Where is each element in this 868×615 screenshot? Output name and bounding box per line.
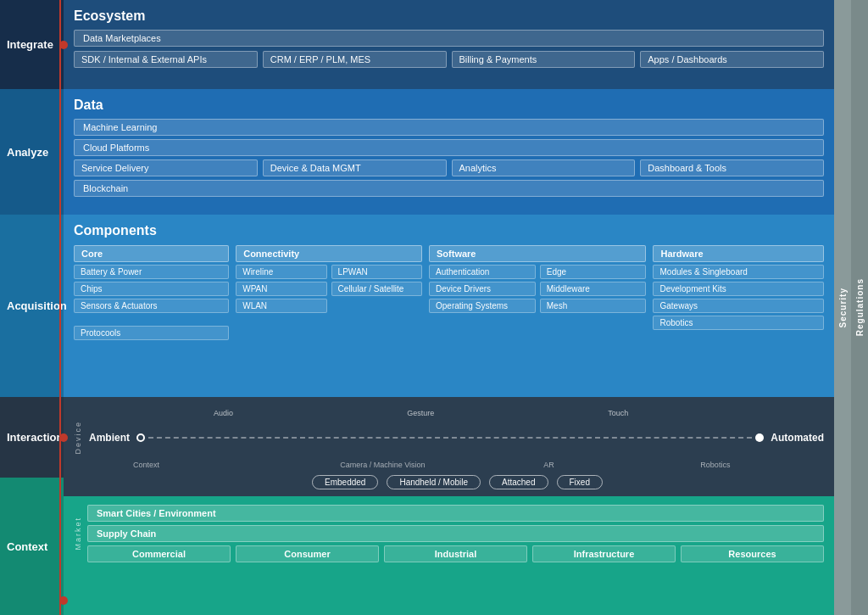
card-crm: CRM / ERP / PLM, MES — [263, 51, 447, 68]
card-cloud-platforms: Cloud Platforms — [74, 139, 824, 156]
label-camera: Camera / Machine Vision — [340, 461, 425, 469]
item-cellular: Cellular / Satellite — [331, 282, 422, 296]
item-sensors: Sensors & Actuators — [74, 299, 229, 313]
card-commercial: Commercial — [87, 545, 231, 562]
label-touch: Touch — [608, 409, 628, 417]
col-connectivity: Connectivity Wireline WPAN WLAN LPWAN Ce… — [236, 245, 422, 340]
label-acquisition: Acquisition — [7, 299, 67, 312]
label-audio: Audio — [214, 409, 233, 417]
card-industrial: Industrial — [384, 545, 527, 562]
pill-fixed: Fixed — [557, 475, 603, 489]
item-wlan: WLAN — [236, 299, 326, 313]
item-protocools: Protocools — [74, 326, 229, 340]
item-dev-kits: Development Kits — [653, 282, 824, 296]
card-service-delivery: Service Delivery — [74, 159, 258, 176]
interaction-section: Audio Gesture Touch Device Ambient — [64, 397, 834, 496]
card-apps: Apps / Dashboards — [640, 51, 824, 68]
item-battery: Battery & Power — [74, 265, 229, 279]
card-consumer: Consumer — [236, 545, 379, 562]
label-gesture: Gesture — [407, 409, 434, 417]
ambient-label: Ambient — [89, 432, 130, 444]
data-title: Data — [74, 98, 824, 113]
context-section: Market Smart Cities / Environment Supply… — [64, 496, 834, 615]
label-integrate: Integrate — [7, 38, 53, 51]
label-context: Context — [7, 540, 47, 553]
card-data-marketplaces: Data Marketplaces — [74, 30, 824, 47]
item-edge: Edge — [540, 265, 647, 279]
item-lpwan: LPWAN — [331, 265, 422, 279]
col-software: Software Authentication Device Drivers O… — [429, 245, 646, 340]
ecosystem-title: Ecosystem — [74, 8, 824, 24]
card-device-data-mgmt: Device & Data MGMT — [263, 159, 447, 176]
item-wireline: Wireline — [236, 265, 326, 279]
regulations-label: Regulations — [855, 278, 865, 336]
label-robotics: Robotics — [700, 461, 730, 469]
automated-label: Automated — [771, 432, 824, 444]
item-device-drivers: Device Drivers — [429, 282, 536, 296]
label-interaction: Interaction — [7, 431, 63, 444]
pill-handheld: Handheld / Mobile — [387, 475, 481, 489]
pill-embedded: Embedded — [312, 475, 378, 489]
card-smart-cities: Smart Cities / Environment — [87, 505, 824, 522]
item-operating-systems: Operating Systems — [429, 299, 536, 313]
card-infrastructure: Infrastructure — [532, 545, 676, 562]
card-sdk: SDK / Internal & External APIs — [74, 51, 258, 68]
card-analytics: Analytics — [452, 159, 636, 176]
card-dashboard-tools: Dashboard & Tools — [640, 159, 824, 176]
market-label: Market — [74, 517, 82, 551]
integrate-row-1: Data Marketplaces — [74, 30, 824, 47]
integrate-row-2: SDK / Internal & External APIs CRM / ERP… — [74, 51, 824, 68]
col-core-title: Core — [74, 245, 229, 262]
security-bar: Security — [834, 0, 851, 615]
item-robotics: Robotics — [653, 316, 824, 330]
card-blockchain: Blockchain — [74, 180, 824, 197]
center-content: Ecosystem Data Marketplaces SDK / Intern… — [64, 0, 834, 615]
label-context-sub: Context — [133, 461, 159, 469]
item-authentication: Authentication — [429, 265, 536, 279]
integrate-section: Ecosystem Data Marketplaces SDK / Intern… — [64, 0, 834, 89]
item-chips: Chips — [74, 282, 229, 296]
regulations-bar: Regulations — [851, 0, 868, 615]
pill-attached: Attached — [489, 475, 548, 489]
col-hardware-title: Hardware — [653, 245, 824, 262]
col-software-title: Software — [429, 245, 646, 262]
col-core: Core Battery & Power Chips Sensors & Act… — [74, 245, 229, 340]
acquisition-section: Components Core Battery & Power Chips Se… — [64, 215, 834, 397]
item-mesh: Mesh — [540, 299, 647, 313]
security-label: Security — [838, 288, 848, 327]
item-wpan: WPAN — [236, 282, 326, 296]
card-supply-chain: Supply Chain — [87, 525, 824, 542]
analyze-section: Data Machine Learning Cloud Platforms Se… — [64, 89, 834, 215]
components-title: Components — [74, 223, 824, 238]
item-gateways: Gateways — [653, 299, 824, 313]
card-resources: Resources — [681, 545, 824, 562]
vertical-red-line — [59, 0, 61, 615]
item-modules: Modules & Singleboard — [653, 265, 824, 279]
label-analyze: Analyze — [7, 146, 48, 159]
col-connectivity-title: Connectivity — [236, 245, 422, 262]
col-hardware: Hardware Modules & Singleboard Developme… — [653, 245, 824, 340]
card-billing: Billing & Payments — [452, 51, 636, 68]
right-bars: Security Regulations — [834, 0, 868, 615]
item-middleware: Middleware — [540, 282, 647, 296]
left-labels-column: Integrate Analyze Acquisition Interactio… — [0, 0, 64, 615]
card-machine-learning: Machine Learning — [74, 119, 824, 136]
label-ar: AR — [543, 461, 554, 469]
device-label: Device — [74, 421, 82, 455]
